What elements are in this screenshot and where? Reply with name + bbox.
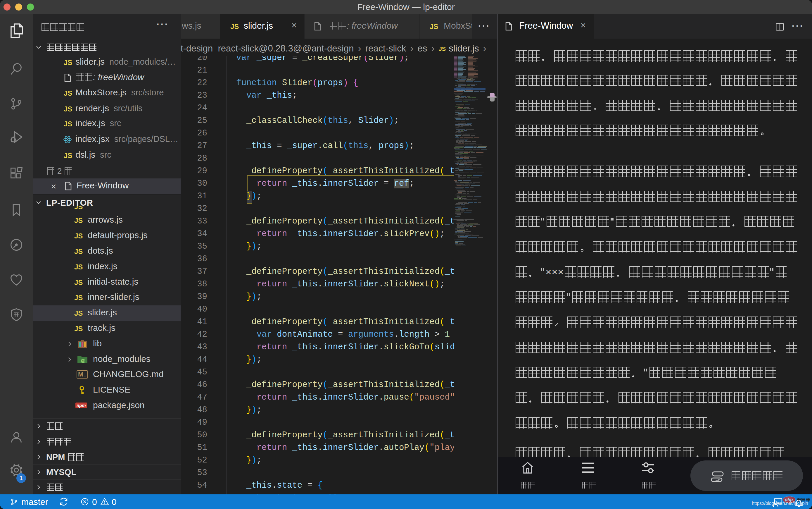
svg-text:JS: JS [82,360,85,363]
